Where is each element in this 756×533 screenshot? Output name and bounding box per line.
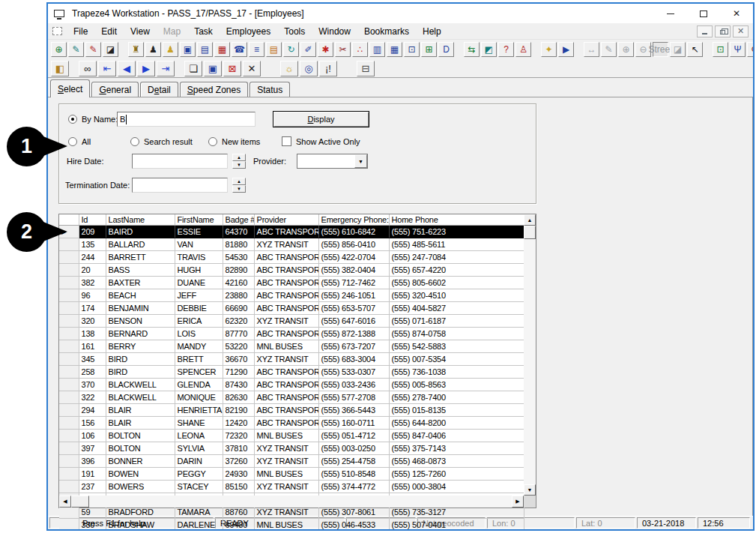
table-row[interactable]: 320 BENSON ERICA 62320 XYZ TRANSIT (555)… [59,315,524,328]
maximize-button[interactable] [687,4,720,23]
table-row[interactable]: 96 BEACH JEFF 23880 ABC TRANSPORT (555) … [59,289,524,302]
new-record-button[interactable]: ❏ [184,61,202,76]
current-row-arrow[interactable] [59,442,79,455]
current-row-arrow[interactable] [59,506,79,519]
termination-date-input[interactable] [132,178,228,193]
scroll-down-icon[interactable]: ▼ [524,484,536,496]
minimize-button[interactable] [654,4,687,23]
current-row-arrow[interactable] [59,251,79,264]
table-row[interactable]: 382 BAXTER DUANE 42160 ABC TRANSPORT (55… [59,277,524,289]
column-header-firstname[interactable]: FirstName [175,214,223,226]
table-row[interactable]: 380 BRADSHAW DARLENE 69480 MNL BUSES (55… [59,519,524,532]
table-row[interactable]: 156 BLAIR SHANE 12420 ABC TRANSPORT (555… [59,417,524,430]
current-row-arrow[interactable] [59,328,79,340]
table-row[interactable]: 135 BALLARD VAN 81880 XYZ TRANSIT (555) … [59,238,524,251]
find-button[interactable]: ∞ [79,61,97,76]
current-row-arrow[interactable] [59,366,79,379]
new-items-radio[interactable] [208,137,217,146]
booking-button[interactable]: ☎ [232,42,247,57]
table-row[interactable]: 294 BLAIR HENRIETTA 82190 ABC TRANSPORT … [59,404,524,417]
current-row-arrow[interactable] [59,340,79,353]
dispatch-button[interactable]: D [438,42,454,57]
display-button[interactable]: Display [273,111,369,127]
table-row[interactable]: 191 BOWEN PEGGY 24930 MNL BUSES (555) 51… [59,468,524,481]
street-button[interactable]: Street [653,42,668,57]
table-row[interactable]: 138 BERNARD LOIS 87770 ABC TRANSPORT (55… [59,328,524,340]
table-row[interactable]: 237 BOWERS STACEY 85150 XYZ TRANSIT (555… [59,481,524,493]
current-row-arrow[interactable] [59,379,79,391]
spin-down-icon[interactable]: ▼ [232,185,246,193]
map-person-button[interactable]: ◩ [481,42,497,57]
chevron-down-icon[interactable]: ▼ [354,154,367,168]
tab-status[interactable]: Status [250,82,290,97]
table-row[interactable]: 370 BLACKWELL GLENDA 87430 ABC TRANSPORT… [59,379,524,391]
audit-button[interactable]: ¡! [319,61,337,76]
column-header-badge[interactable]: Badge # [223,214,254,226]
exit-button[interactable]: ◧ [51,61,69,76]
depot-button[interactable]: ▦ [387,42,402,57]
scroll-right-icon[interactable]: ▶ [512,496,524,508]
current-row-arrow[interactable] [59,481,79,493]
vertical-scroll-thumb[interactable] [524,226,536,239]
menu-file[interactable]: File [67,25,94,37]
vertical-scrollbar[interactable]: ▲ ▼ [524,214,536,496]
schedules-button[interactable]: ≡ [249,42,264,57]
current-row-arrow[interactable] [59,289,79,302]
termination-date-spinner[interactable]: ▲ ▼ [232,178,246,193]
tab-select[interactable]: Select [50,79,90,97]
tab-general[interactable]: General [91,82,139,97]
column-header-id[interactable]: Id [79,214,106,226]
spin-down-icon[interactable]: ▼ [232,161,246,169]
next-record-button[interactable]: ▶ [137,61,155,76]
save-button[interactable]: ▣ [204,61,222,76]
current-row-arrow[interactable] [59,468,79,481]
bus-front-button[interactable]: ▥ [369,42,385,57]
employees-button[interactable]: ♟ [163,42,178,57]
table-row[interactable]: 106 BOLTON LEONA 72320 MNL BUSES (555) 0… [59,430,524,442]
vehicle-status-button[interactable]: ▦ [214,42,230,57]
menu-bookmarks[interactable]: Bookmarks [357,25,416,37]
current-row-arrow[interactable] [59,430,79,442]
table-row[interactable]: 59 BRADFORD TAMARA 88760 XYZ TRANSIT (55… [59,506,524,519]
split-groups-button[interactable]: ✂ [335,42,351,57]
menu-tools[interactable]: Tools [277,25,312,37]
mdi-restore-button[interactable] [715,25,731,37]
undo-save-button[interactable]: ⊠ [223,61,241,76]
routes-button[interactable]: ↻ [283,42,299,57]
search-result-radio[interactable] [130,137,139,146]
current-row-arrow[interactable] [59,264,79,277]
column-header-homephone[interactable]: Home Phone [389,214,524,226]
trace-person-button[interactable]: ⇆ [464,42,480,57]
current-row-arrow[interactable] [59,302,79,315]
current-row-arrow[interactable] [59,391,79,404]
passengers-button[interactable]: ∴ [352,42,368,57]
edit-map-button[interactable]: ◪ [103,42,118,57]
table-row[interactable]: 397 BOLTON SYLVIA 37810 XYZ TRANSIT (555… [59,442,524,455]
world-button[interactable]: ⊕ [51,42,67,57]
table-row[interactable]: 322 BLACKWELL MONIQUE 82630 ABC TRANSPOR… [59,391,524,404]
last-record-button[interactable]: ⇥ [157,61,175,76]
menu-window[interactable]: Window [312,25,357,37]
edit-route-button[interactable]: ✐ [300,42,316,57]
map-view-button[interactable]: ◪ [670,42,686,57]
menu-help[interactable]: Help [416,25,448,37]
scroll-up-icon[interactable]: ▲ [524,214,536,226]
current-row-arrow[interactable] [59,315,79,328]
pushpin-button[interactable]: ✦ [541,42,557,57]
close-button[interactable]: ✕ [720,4,753,23]
select-cursor-button[interactable]: ↖ [687,42,703,57]
print-button[interactable]: ⊟ [357,61,375,76]
horizontal-scroll-thumb[interactable] [71,496,89,508]
table-row[interactable]: 258 BIRD SPENCER 71290 ABC TRANSPORT (55… [59,366,524,379]
tours-button[interactable]: ⊞ [421,42,437,57]
hire-date-input[interactable] [132,154,228,169]
prev-record-button[interactable]: ◀ [118,61,136,76]
person-vehicle-button[interactable]: ♙ [515,42,531,57]
mdi-system-icon[interactable] [52,27,62,35]
table-row[interactable]: 174 BENJAMIN DEBBIE 66690 ABC TRANSPORT … [59,302,524,315]
table-row[interactable]: 396 BONNER DARIN 37260 XYZ TRANSIT (555)… [59,455,524,468]
spin-up-icon[interactable]: ▲ [232,178,246,185]
mdi-close-button[interactable]: ✕ [733,25,749,37]
table-row[interactable]: 209 BAIRD ESSIE 64370 ABC TRANSPORT (555… [59,226,524,238]
drivers-button[interactable]: ♟ [145,42,161,57]
